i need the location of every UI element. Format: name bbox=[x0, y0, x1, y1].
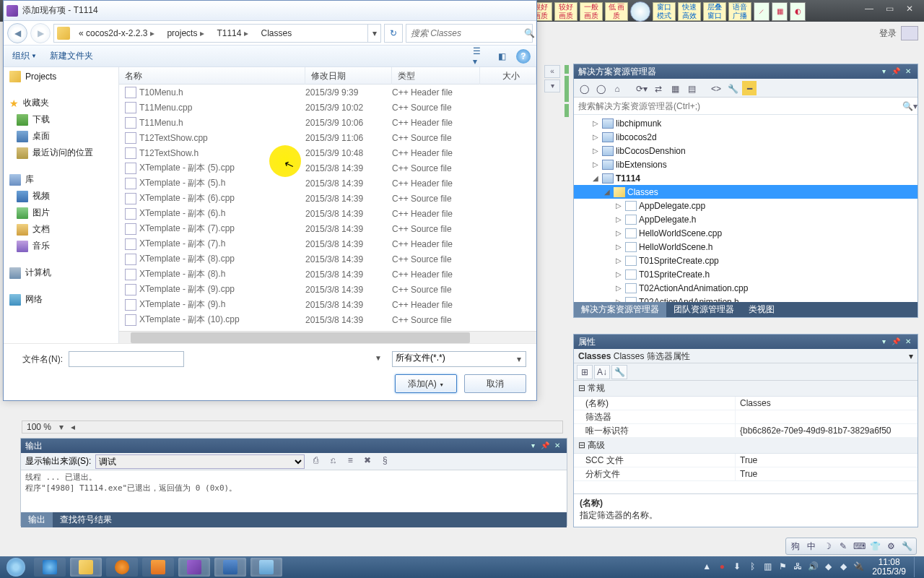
prop-categorized-icon[interactable]: ⊞ bbox=[577, 365, 593, 379]
tree-item[interactable]: ▷libExtensions bbox=[574, 158, 918, 171]
tray-app1-icon[interactable]: ◆ bbox=[822, 561, 834, 573]
expand-icon[interactable]: ▷ bbox=[591, 119, 600, 127]
badge-globe-icon[interactable] bbox=[630, 1, 650, 22]
file-row[interactable]: T11Menu.cpp2015/3/9 10:02C++ Source file bbox=[119, 100, 536, 115]
show-desktop-button[interactable] bbox=[914, 557, 921, 577]
tray-net-icon[interactable]: ▥ bbox=[762, 561, 773, 573]
file-row[interactable]: XTemplate - 副本 (10).cpp2015/3/8 14:39C++… bbox=[119, 312, 536, 327]
task-ie[interactable] bbox=[34, 558, 66, 577]
breadcrumb[interactable]: « cocos2d-x-2.2.3▸ projects▸ T1114▸ Clas… bbox=[53, 24, 381, 43]
properties-dropdown-icon[interactable]: ▾ bbox=[879, 337, 889, 347]
sidebar-desktop[interactable]: 桌面 bbox=[4, 128, 118, 144]
property-row[interactable]: SCC 文件True bbox=[574, 454, 918, 467]
badge-window-4[interactable]: 语音 广播 bbox=[728, 2, 751, 21]
login-link[interactable]: 登录 bbox=[879, 26, 918, 40]
solution-close-icon[interactable]: ✕ bbox=[903, 66, 913, 77]
output-tab-output[interactable]: 输出 bbox=[21, 512, 53, 527]
filename-input[interactable] bbox=[69, 351, 184, 367]
file-row[interactable]: XTemplate - 副本 (7).cpp2015/3/8 14:39C++ … bbox=[119, 221, 536, 236]
task-foxit[interactable] bbox=[142, 558, 174, 577]
tray-clock[interactable]: 11:082015/3/9 bbox=[868, 558, 910, 577]
breadcrumb-seg-3[interactable]: T1114▸ bbox=[211, 25, 255, 42]
sol-tb-code-icon[interactable]: <> bbox=[709, 81, 723, 95]
tree-item[interactable]: ◢T1114 bbox=[574, 171, 918, 185]
tray-action-icon[interactable]: ⚑ bbox=[777, 561, 788, 573]
horizontal-scrollbar[interactable] bbox=[119, 331, 536, 343]
tray-net2-icon[interactable]: 🖧 bbox=[792, 561, 803, 573]
output-dropdown-icon[interactable]: ▾ bbox=[528, 441, 538, 451]
tray-vol-icon[interactable]: 🔊 bbox=[807, 561, 819, 573]
task-explorer[interactable] bbox=[70, 558, 102, 577]
task-visualstudio[interactable] bbox=[178, 558, 210, 577]
expand-icon[interactable]: ▷ bbox=[591, 160, 600, 168]
sol-tb-showall-icon[interactable]: ▦ bbox=[668, 81, 682, 95]
properties-close-icon[interactable]: ✕ bbox=[903, 337, 913, 347]
expand-icon[interactable]: ◢ bbox=[603, 188, 611, 196]
property-row[interactable]: (名称)Classes bbox=[574, 397, 918, 410]
solution-search-icon[interactable]: 🔍▾ bbox=[902, 101, 918, 111]
output-close-icon[interactable]: ✕ bbox=[552, 441, 562, 451]
expand-icon[interactable]: ▷ bbox=[614, 243, 623, 251]
start-button[interactable] bbox=[0, 556, 32, 578]
add-button[interactable]: 添加(A) ▼ bbox=[395, 374, 457, 393]
properties-pin-icon[interactable]: 📌 bbox=[891, 337, 901, 347]
tree-item[interactable]: ▷AppDelegate.h bbox=[574, 212, 918, 226]
tree-item[interactable]: ▷libCocosDenshion bbox=[574, 144, 918, 158]
file-row[interactable]: XTemplate - 副本 (5).h2015/3/8 14:39C++ He… bbox=[119, 176, 536, 191]
tree-item[interactable]: ▷T02ActionAndAnimation.cpp bbox=[574, 281, 918, 295]
sol-tb-wrench-icon[interactable]: 🔧 bbox=[725, 81, 740, 95]
output-tab-findsymbol[interactable]: 查找符号结果 bbox=[53, 512, 119, 527]
close-button[interactable]: ✕ bbox=[899, 4, 920, 18]
ime-toolbar[interactable]: 狗 中 ☽ ✎ ⌨ 👕 ⚙ 🔧 bbox=[785, 538, 917, 555]
sidebar-music[interactable]: 音乐 bbox=[4, 238, 118, 254]
file-row[interactable]: XTemplate - 副本 (5).cpp2015/3/8 14:39C++ … bbox=[119, 160, 536, 176]
property-value[interactable]: {bb6c862e-70e9-49d9-81b7-3829a6f50 bbox=[736, 424, 918, 437]
output-tb-icon-3[interactable]: ≡ bbox=[344, 455, 357, 468]
expand-icon[interactable]: ▷ bbox=[614, 202, 623, 210]
property-category[interactable]: ⊟ 常规 bbox=[574, 381, 918, 397]
zoom-bar[interactable]: 100 % ▾◂ bbox=[22, 420, 563, 434]
tree-item[interactable]: ▷libcocos2d bbox=[574, 130, 918, 144]
minimize-button[interactable]: — bbox=[859, 4, 879, 18]
file-row[interactable]: XTemplate - 副本 (6).cpp2015/3/8 14:39C++ … bbox=[119, 191, 536, 206]
breadcrumb-dropdown[interactable]: ▾ bbox=[367, 25, 380, 42]
collapsed-btn-2[interactable]: ▾ bbox=[544, 79, 560, 92]
output-pin-icon[interactable]: 📌 bbox=[540, 441, 550, 451]
sol-tb-highlight-icon[interactable]: ━ bbox=[742, 81, 757, 95]
filetype-select[interactable]: 所有文件(*.*) bbox=[392, 351, 526, 367]
badge-window-3[interactable]: 层叠 窗口 bbox=[703, 2, 726, 21]
col-name[interactable]: 名称 bbox=[119, 67, 305, 85]
expand-icon[interactable]: ▷ bbox=[614, 215, 623, 223]
sol-tb-home-icon[interactable]: ⌂ bbox=[610, 81, 624, 95]
file-row[interactable]: T12TextShow.cpp2015/3/9 11:06C++ Source … bbox=[119, 130, 536, 145]
badge-tool-3[interactable]: ◐ bbox=[790, 2, 806, 21]
sol-tb-sync-icon[interactable]: ⇄ bbox=[651, 81, 666, 95]
property-value[interactable]: True bbox=[736, 454, 918, 467]
help-button[interactable]: ? bbox=[516, 49, 531, 64]
file-row[interactable]: T11Menu.h2015/3/9 10:06C++ Header file bbox=[119, 115, 536, 130]
expand-icon[interactable]: ▷ bbox=[614, 256, 623, 264]
cancel-button[interactable]: 取消 bbox=[464, 374, 526, 393]
sidebar-libraries[interactable]: 库 bbox=[4, 171, 118, 188]
file-row[interactable]: XTemplate - 副本 (9).h2015/3/8 14:39C++ He… bbox=[119, 297, 536, 312]
tree-item[interactable]: ▷HelloWorldScene.cpp bbox=[574, 226, 918, 240]
solution-dropdown-icon[interactable]: ▾ bbox=[879, 66, 889, 77]
tray-dl-icon[interactable]: ⬇ bbox=[731, 561, 743, 573]
property-row[interactable]: 筛选器 bbox=[574, 410, 918, 424]
tray-up-icon[interactable]: ▲ bbox=[701, 561, 712, 573]
tree-item[interactable]: ▷AppDelegate.cpp bbox=[574, 199, 918, 212]
col-type[interactable]: 类型 bbox=[392, 67, 480, 85]
maximize-button[interactable]: ▭ bbox=[879, 4, 899, 18]
tree-item[interactable]: ▷libchipmunk bbox=[574, 116, 918, 130]
prop-wrench-icon[interactable]: 🔧 bbox=[611, 365, 627, 379]
file-row[interactable]: XTemplate - 副本 (6).h2015/3/8 14:39C++ He… bbox=[119, 206, 536, 221]
output-tb-icon-5[interactable]: § bbox=[378, 455, 391, 468]
expand-icon[interactable]: ▷ bbox=[591, 147, 600, 155]
ime-skin-icon[interactable]: 👕 bbox=[868, 540, 881, 553]
badge-tool-2[interactable]: ▦ bbox=[772, 2, 788, 21]
refresh-button[interactable]: ↻ bbox=[384, 24, 403, 43]
new-folder-button[interactable]: 新建文件夹 bbox=[47, 48, 96, 64]
badge-quality-5[interactable]: 低 画质 bbox=[605, 2, 628, 21]
expand-icon[interactable]: ▷ bbox=[614, 270, 623, 278]
property-row[interactable]: 分析文件True bbox=[574, 467, 918, 481]
